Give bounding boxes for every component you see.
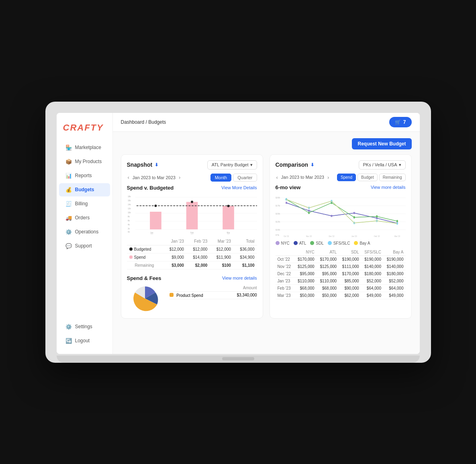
col-feb: Feb '23	[186, 237, 210, 245]
sidebar-item-settings[interactable]: ⚙️ Settings	[59, 320, 110, 333]
legend-dot-sdl	[310, 241, 314, 245]
nav-icon-support: 💬	[65, 243, 72, 249]
top-bar: Dashboard / Budgets 🛒 7	[113, 113, 420, 132]
svg-text:Oct '22: Oct '22	[284, 235, 289, 237]
sidebar-item-orders[interactable]: 🚚 Orders	[59, 211, 110, 225]
svg-text:Dec '22: Dec '22	[329, 235, 334, 237]
filter-budget-btn[interactable]: Budget	[358, 174, 378, 181]
filter-spend-btn[interactable]: Spend	[337, 174, 356, 181]
comparison-date-nav: ‹ Jan 2023 to Mar 2023 ›	[276, 174, 330, 180]
sidebar-item-marketplace[interactable]: 🏪 Marketplace	[59, 141, 110, 154]
col-mar: Mar '23	[210, 237, 233, 245]
legend-dot-sfs	[328, 241, 332, 245]
table-row: Mar '23 $50,000 $50,000 $62,000 $49,000 …	[276, 292, 406, 299]
nav-label-budgets: Budgets	[75, 187, 94, 192]
snapshot-view-more[interactable]: View More Details	[221, 185, 257, 190]
main-content: Dashboard / Budgets 🛒 7 Request New Budg…	[113, 113, 420, 354]
sidebar-item-reports[interactable]: 📊 Reports	[59, 169, 110, 182]
logo: CRAFTY	[57, 119, 112, 141]
nav-icon-marketplace: 🏪	[65, 145, 72, 151]
table-row: Remaining $3,000 $2,000 $100 $1,100	[127, 261, 257, 269]
svg-text:$175k: $175k	[276, 204, 280, 207]
comparison-next-btn[interactable]: ›	[327, 174, 330, 180]
snapshot-download-icon[interactable]: ⬇	[155, 162, 158, 168]
comparison-prev-btn[interactable]: ‹	[276, 174, 279, 180]
svg-text:Mar '23: Mar '23	[394, 235, 400, 237]
cart-count: 7	[403, 119, 406, 125]
sidebar-item-billing[interactable]: 🧾 Billing	[59, 197, 110, 211]
sidebar-item-support[interactable]: 💬 Support	[59, 239, 110, 253]
nav-icon-reports: 📊	[65, 173, 72, 179]
sidebar-item-logout[interactable]: ↪️ Logout	[59, 334, 110, 347]
legend-sfs: SFS/SLC	[328, 241, 350, 245]
svg-text:8k: 8k	[127, 215, 130, 217]
comparison-view-more[interactable]: View more details	[371, 185, 406, 190]
snapshot-panel: Snapshot ⬇ ATL Pantry Budget ▾	[121, 154, 263, 319]
sidebar-item-my-products[interactable]: 📦 My Products	[59, 155, 110, 168]
bar-mar-spend	[223, 206, 234, 229]
sidebar-item-operations[interactable]: ⚙️ Operations	[59, 225, 110, 239]
fees-header-row: Amount	[170, 284, 257, 292]
svg-text:'23: '23	[150, 233, 153, 234]
comparison-download-icon[interactable]: ⬇	[311, 162, 314, 168]
nav-label-operations: Operations	[75, 229, 99, 235]
nav-icon-logout: ↪️	[65, 338, 72, 344]
table-row: Oct '22 $170,000 $170,000 $190,000 $190,…	[276, 256, 406, 263]
spend-budgeted-row: Spend v. Budgeted View More Details	[127, 185, 257, 191]
line-chart-svg: $200k $175k $150k $125k $100k $75k Oct '…	[276, 194, 406, 238]
snapshot-dropdown[interactable]: ATL Pantry Budget ▾	[207, 160, 257, 170]
svg-point-48	[376, 215, 378, 217]
svg-text:$200k: $200k	[276, 196, 280, 199]
svg-text:Feb '23: Feb '23	[374, 235, 380, 237]
snapshot-tab-group: Month Quarter	[210, 174, 257, 182]
pie-chart	[127, 284, 163, 313]
svg-text:$125k: $125k	[276, 220, 280, 223]
svg-text:Nov '22: Nov '22	[306, 235, 312, 237]
snapshot-date-nav: ‹ Jan 2023 to Mar 2023 ›	[127, 174, 182, 180]
svg-text:'23: '23	[190, 233, 193, 234]
snapshot-next-btn[interactable]: ›	[178, 174, 181, 180]
comparison-controls: PKs / Vella / USA ▾	[359, 160, 406, 170]
dot-jan	[154, 204, 157, 207]
spend-dot	[129, 256, 133, 259]
sidebar-nav: 🏪 Marketplace 📦 My Products 📊 Reports 💰 …	[57, 141, 112, 320]
legend-nyc: NYC	[276, 241, 290, 245]
tab-month[interactable]: Month	[210, 174, 232, 182]
legend-dot-baya	[354, 241, 358, 245]
svg-text:12k: 12k	[127, 207, 131, 209]
table-row: Jan '23 $110,000 $110,000 $85,000 $52,00…	[276, 277, 406, 284]
svg-text:6k: 6k	[127, 219, 130, 221]
nav-icon-settings: ⚙️	[65, 324, 72, 330]
amount-label: Amount	[243, 286, 257, 290]
svg-point-47	[353, 216, 355, 218]
6mo-title: 6-mo view	[276, 184, 301, 190]
snapshot-panel-header: Snapshot ⬇ ATL Pantry Budget ▾	[127, 160, 257, 170]
table-row: Spend $9,000 $14,000 $11,900 $34,900	[127, 253, 257, 261]
legend-atl: ATL	[294, 241, 306, 245]
cart-button[interactable]: 🛒 7	[389, 117, 412, 127]
svg-text:$150k: $150k	[276, 212, 280, 215]
snapshot-prev-btn[interactable]: ‹	[127, 174, 130, 180]
col-label	[127, 237, 163, 245]
nav-label-logout: Logout	[75, 338, 90, 343]
nav-label-reports: Reports	[75, 173, 92, 178]
svg-point-38	[285, 201, 287, 204]
col-total: Total	[233, 237, 257, 245]
tab-quarter[interactable]: Quarter	[233, 174, 257, 182]
nav-label-marketplace: Marketplace	[75, 145, 101, 150]
spend-fees-view-more[interactable]: View more details	[222, 276, 257, 280]
line-chart: $200k $175k $150k $125k $100k $75k Oct '…	[276, 194, 406, 238]
sidebar-item-budgets[interactable]: 💰 Budgets	[59, 183, 110, 196]
request-new-budget-button[interactable]: Request New Budget	[352, 138, 411, 149]
product-spend-amount: $3,340,000	[237, 293, 257, 297]
nav-label-billing: Billing	[75, 201, 88, 206]
two-col-layout: Snapshot ⬇ ATL Pantry Budget ▾	[121, 154, 412, 319]
filter-remaining-btn[interactable]: Remaining	[379, 174, 406, 181]
svg-text:4k: 4k	[127, 223, 130, 225]
line-sdl	[286, 199, 397, 221]
nav-icon-budgets: 💰	[65, 187, 72, 193]
nav-icon-operations: ⚙️	[65, 229, 72, 235]
comparison-dropdown[interactable]: PKs / Vella / USA ▾	[359, 160, 406, 170]
nav-label-settings: Settings	[75, 324, 92, 329]
budget-header: Request New Budget	[121, 138, 412, 149]
